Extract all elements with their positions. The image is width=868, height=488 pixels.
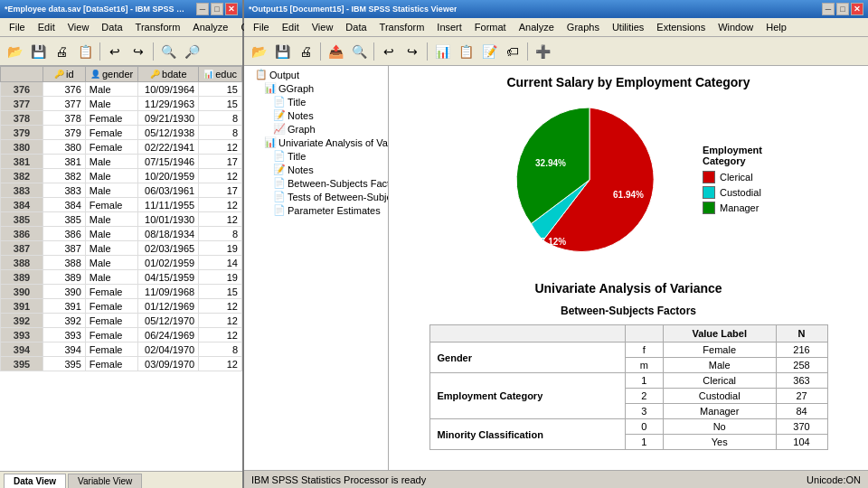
tree-tests[interactable]: 📄 Tests of Between-Subjects [246, 190, 386, 203]
table-row[interactable]: 394 394 Female 02/04/1970 8 [1, 343, 242, 357]
right-menu-extensions[interactable]: Extensions [651, 20, 711, 34]
right-menu-help[interactable]: Help [760, 20, 792, 34]
print-button[interactable]: 🖨 [51, 41, 72, 62]
right-redo-button[interactable]: ↪ [401, 41, 423, 62]
id-cell: 379 [42, 126, 85, 140]
tree-notes-1[interactable]: 📝 Notes [246, 108, 386, 122]
tab-variable-view[interactable]: Variable View [68, 474, 142, 488]
tree-ggraph[interactable]: 📊 GGraph [246, 81, 386, 95]
table-row[interactable]: 392 392 Female 05/12/1970 12 [1, 314, 242, 328]
table-row[interactable]: 391 391 Female 01/12/1969 12 [1, 299, 242, 314]
right-menu-view[interactable]: View [307, 20, 339, 34]
bsf-value-0: 0 [625, 419, 663, 435]
left-menu-analyze[interactable]: Analyze [187, 20, 233, 34]
tree-notes-2[interactable]: 📝 Notes [246, 163, 386, 176]
table-row[interactable]: 377 377 Male 11/29/1963 15 [1, 97, 242, 111]
left-menu-data[interactable]: Data [96, 20, 127, 34]
right-open-button[interactable]: 📂 [248, 41, 269, 62]
right-toolbar-sep-2 [373, 42, 374, 61]
right-menu-edit[interactable]: Edit [277, 20, 305, 34]
right-undo-button[interactable]: ↩ [378, 41, 400, 62]
table-row[interactable]: 381 381 Male 07/15/1946 17 [1, 155, 242, 169]
tree-title-1[interactable]: 📄 Title [246, 95, 386, 108]
educ-cell: 12 [199, 328, 242, 343]
col-header-educ[interactable]: 📊educ [199, 67, 242, 82]
dialog-recall-button[interactable]: 📋 [74, 41, 96, 62]
save-button[interactable]: 💾 [27, 41, 49, 62]
right-maximize-button[interactable]: □ [836, 3, 849, 15]
right-heading-button[interactable]: 🏷 [502, 41, 524, 62]
bdate-cell: 09/21/1930 [138, 111, 199, 126]
tree-graph[interactable]: 📈 Graph [246, 122, 386, 136]
tree-output[interactable]: 📋 Output [246, 68, 386, 81]
tree-parameters[interactable]: 📄 Parameter Estimates [246, 203, 386, 217]
undo-button[interactable]: ↩ [104, 41, 126, 62]
bdate-cell: 02/04/1970 [138, 343, 199, 357]
toolbar-sep-1 [99, 42, 100, 61]
left-menu-view[interactable]: View [62, 20, 95, 34]
right-close-button[interactable]: ✕ [851, 3, 863, 15]
table-row[interactable]: 388 388 Male 01/02/1959 14 [1, 256, 242, 270]
right-search-button[interactable]: 🔍 [348, 41, 370, 62]
right-menu-window[interactable]: Window [712, 20, 759, 34]
col-header-rownum [1, 67, 43, 82]
right-goto-button[interactable]: ➕ [532, 41, 553, 62]
left-menu-transform[interactable]: Transform [130, 20, 186, 34]
right-menu-transform[interactable]: Transform [374, 20, 430, 34]
table-row[interactable]: 395 395 Female 03/09/1970 12 [1, 357, 242, 371]
left-menu-edit[interactable]: Edit [33, 20, 61, 34]
right-chart-button[interactable]: 📊 [431, 41, 453, 62]
right-menu-format[interactable]: Format [469, 20, 512, 34]
table-row[interactable]: 385 385 Male 10/01/1930 12 [1, 212, 242, 227]
right-menu-data[interactable]: Data [340, 20, 372, 34]
output-tree[interactable]: 📋 Output 📊 GGraph 📄 Title 📝 Notes [244, 66, 389, 470]
table-row[interactable]: 387 387 Male 02/03/1965 19 [1, 241, 242, 256]
bsf-label-no: No [663, 419, 776, 435]
right-pivot-button[interactable]: 📋 [455, 41, 476, 62]
gender-cell: Female [85, 328, 138, 343]
left-minimize-button[interactable]: ─ [196, 3, 209, 15]
right-minimize-button[interactable]: ─ [822, 3, 835, 15]
open-button[interactable]: 📂 [4, 41, 25, 62]
legend-color-custodial [703, 186, 715, 199]
right-text-button[interactable]: 📝 [478, 41, 500, 62]
left-menu-bar: File Edit View Data Transform Analyze Gr… [0, 18, 242, 37]
table-row[interactable]: 382 382 Male 10/20/1959 12 [1, 169, 242, 183]
table-row[interactable]: 386 386 Male 08/18/1934 8 [1, 227, 242, 241]
left-maximize-button[interactable]: □ [211, 3, 223, 15]
redo-button[interactable]: ↪ [127, 41, 149, 62]
table-row[interactable]: 384 384 Female 11/11/1955 12 [1, 198, 242, 212]
table-row[interactable]: 376 376 Male 10/09/1964 15 [1, 82, 242, 97]
table-row[interactable]: 393 393 Female 06/24/1969 12 [1, 328, 242, 343]
table-row[interactable]: 383 383 Male 06/03/1961 17 [1, 183, 242, 198]
tree-title-2[interactable]: 📄 Title [246, 149, 386, 163]
table-row[interactable]: 379 379 Female 05/12/1938 8 [1, 126, 242, 140]
tab-data-view[interactable]: Data View [4, 474, 66, 488]
tab-bar: Data View Variable View [0, 471, 242, 488]
table-row[interactable]: 378 378 Female 09/21/1930 8 [1, 111, 242, 126]
right-menu-analyze[interactable]: Analyze [514, 20, 560, 34]
right-menu-utilities[interactable]: Utilities [607, 20, 649, 34]
right-print-button[interactable]: 🖨 [295, 41, 316, 62]
col-header-bdate[interactable]: 🔑bdate [138, 67, 199, 82]
right-menu-insert[interactable]: Insert [431, 20, 467, 34]
find-button[interactable]: 🔎 [181, 41, 203, 62]
table-row[interactable]: 389 389 Male 04/15/1959 19 [1, 270, 242, 285]
bdate-cell: 05/12/1938 [138, 126, 199, 140]
table-row[interactable]: 380 380 Female 02/22/1941 12 [1, 140, 242, 155]
row-num-cell: 383 [1, 183, 43, 198]
left-close-button[interactable]: ✕ [225, 3, 238, 15]
right-export-button[interactable]: 📤 [325, 41, 346, 62]
goto-button[interactable]: 🔍 [157, 41, 179, 62]
right-save-button[interactable]: 💾 [271, 41, 293, 62]
right-menu-file[interactable]: File [248, 20, 275, 34]
id-cell: 378 [42, 111, 85, 126]
tree-univariate[interactable]: 📊 Univariate Analysis of Variance [246, 136, 386, 149]
bsf-title: Between-Subjects Factors [407, 305, 850, 317]
left-menu-file[interactable]: File [4, 20, 31, 34]
col-header-id[interactable]: 🔑id [42, 67, 85, 82]
right-menu-graphs[interactable]: Graphs [561, 20, 605, 34]
tree-between-subjects[interactable]: 📄 Between-Subjects Factors [246, 176, 386, 190]
table-row[interactable]: 390 390 Female 11/09/1968 15 [1, 285, 242, 299]
col-header-gender[interactable]: 👤gender [85, 67, 138, 82]
